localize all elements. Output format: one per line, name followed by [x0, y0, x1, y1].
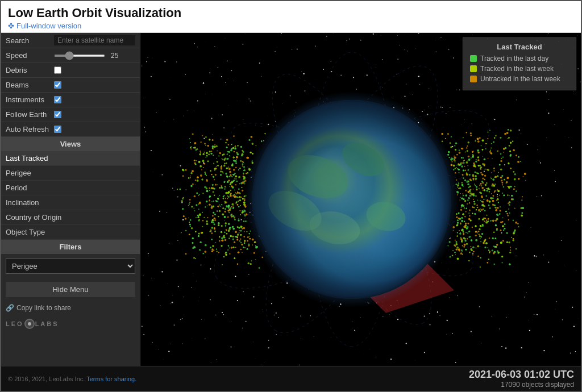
filters-section: Perigee Period Inclination Country of Or…	[1, 254, 140, 278]
status-info: 2021-06-03 01:02 UTC 17090 objects displ…	[469, 369, 574, 389]
legend-box: Last Tracked Tracked in the last day Tra…	[463, 37, 576, 90]
view-item-last-tracked[interactable]: Last Tracked	[1, 151, 140, 166]
page-title: Low Earth Orbit Visualization	[8, 6, 574, 20]
beams-checkbox[interactable]	[54, 81, 61, 89]
view-item-inclination[interactable]: Inclination	[1, 195, 140, 210]
follow-earth-label: Follow Earth	[6, 110, 54, 119]
beams-label: Beams	[6, 81, 54, 89]
speed-value: 25	[111, 52, 118, 60]
speed-slider[interactable]	[54, 55, 105, 57]
legend-item-untracked: Untracked in the last week	[470, 75, 569, 83]
beams-row: Beams	[1, 78, 140, 93]
legend-title: Last Tracked	[470, 43, 569, 51]
legend-dot-untracked	[470, 76, 477, 82]
auto-refresh-row: Auto Refresh	[1, 122, 140, 137]
objects-count: 17090 objects displayed	[469, 381, 574, 389]
follow-earth-row: Follow Earth	[1, 107, 140, 122]
debris-label: Debris	[6, 66, 54, 74]
copy-link[interactable]: 🔗 Copy link to share	[1, 301, 140, 315]
auto-refresh-label: Auto Refresh	[6, 125, 54, 134]
view-item-perigee[interactable]: Perigee	[1, 166, 140, 181]
view-item-country[interactable]: Country of Origin	[1, 210, 140, 225]
copyright: © 2016, 2021, LeoLabs Inc. Terms for sha…	[8, 376, 136, 382]
views-section-header: Views	[1, 137, 140, 151]
logo-circle-icon	[24, 319, 35, 329]
bottom-bar: © 2016, 2021, LeoLabs Inc. Terms for sha…	[1, 366, 581, 391]
speed-row: Speed 25	[1, 48, 140, 63]
hide-menu-button[interactable]: Hide Menu	[6, 282, 135, 297]
search-label: Search	[6, 36, 54, 45]
link-chain-icon: 🔗	[6, 304, 14, 312]
sidebar: Search Speed 25 Debris Beams Instrum	[1, 33, 140, 366]
legend-item-day: Tracked in the last day	[470, 55, 569, 62]
main-content: Search Speed 25 Debris Beams Instrum	[1, 33, 581, 366]
speed-label: Speed	[6, 51, 54, 60]
instruments-checkbox[interactable]	[54, 96, 61, 103]
instruments-label: Instruments	[6, 95, 54, 104]
header: Low Earth Orbit Visualization ✤ Full-win…	[1, 1, 581, 33]
app-frame: Low Earth Orbit Visualization ✤ Full-win…	[0, 0, 582, 392]
legend-dot-day	[470, 55, 477, 62]
visualization-area[interactable]: Last Tracked Tracked in the last day Tra…	[140, 33, 581, 366]
search-row: Search	[1, 33, 140, 48]
filters-section-header: Filters	[1, 240, 140, 254]
auto-refresh-checkbox[interactable]	[54, 126, 61, 133]
datetime: 2021-06-03 01:02 UTC	[469, 369, 574, 381]
instruments-row: Instruments	[1, 93, 140, 107]
search-input[interactable]	[54, 35, 135, 45]
legend-dot-week	[470, 65, 477, 72]
debris-row: Debris	[1, 63, 140, 78]
filter-dropdown[interactable]: Perigee Period Inclination Country of Or…	[6, 258, 135, 274]
link-icon: ✤	[8, 22, 14, 30]
leolabs-logo: LEO LABS	[1, 315, 140, 332]
legend-item-week: Tracked in the last week	[470, 65, 569, 73]
terms-link[interactable]: Terms for sharing.	[86, 376, 136, 382]
debris-checkbox[interactable]	[54, 66, 61, 74]
full-window-link[interactable]: ✤ Full-window version	[8, 22, 574, 30]
follow-earth-checkbox[interactable]	[54, 111, 61, 118]
view-item-object-type[interactable]: Object Type	[1, 225, 140, 240]
view-item-period[interactable]: Period	[1, 181, 140, 195]
